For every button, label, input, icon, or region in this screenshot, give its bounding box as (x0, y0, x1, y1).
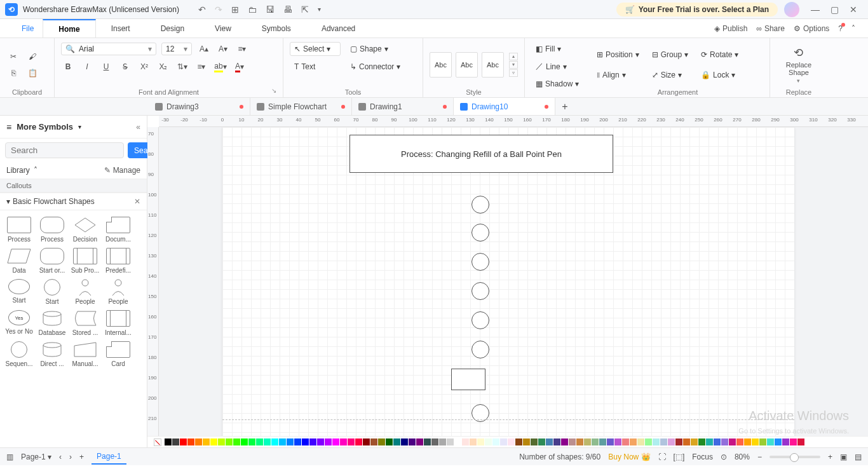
color-swatch[interactable] (637, 438, 644, 445)
fullscreen-icon[interactable]: ⛶ (658, 452, 666, 461)
color-swatch[interactable] (325, 438, 332, 445)
color-swatch[interactable] (256, 438, 263, 445)
color-swatch[interactable] (759, 438, 766, 445)
align-menu-icon[interactable]: ≡▾ (235, 42, 249, 56)
help-button[interactable]: ? (838, 24, 843, 33)
size-button[interactable]: ⤢ Size▾ (648, 68, 693, 82)
color-swatch[interactable] (683, 438, 690, 445)
color-swatch[interactable] (172, 438, 179, 445)
tab-design[interactable]: Design (146, 19, 200, 37)
shape-stencil[interactable]: Data (3, 245, 36, 276)
color-swatch[interactable] (248, 438, 255, 445)
color-swatch[interactable] (226, 438, 233, 445)
color-swatch[interactable] (233, 438, 240, 445)
zoom-in-button[interactable]: + (828, 452, 832, 461)
doctab-drawing10[interactable]: Drawing10 (454, 98, 555, 115)
position-button[interactable]: ⊞ Position▾ (592, 48, 644, 62)
color-swatch[interactable] (370, 438, 377, 445)
highlight-icon[interactable]: ab▾ (214, 60, 227, 74)
color-swatch[interactable] (546, 438, 553, 445)
text-tool[interactable]: T Text (290, 60, 341, 74)
font-dialog-launcher[interactable]: ↘ (271, 87, 276, 94)
color-swatch[interactable] (508, 438, 515, 445)
new-icon[interactable]: ⊞ (231, 4, 239, 15)
color-swatch[interactable] (416, 438, 423, 445)
group-button[interactable]: ⊟ Group▾ (648, 48, 693, 62)
doctab-drawing1[interactable]: Drawing1 (352, 98, 454, 115)
callouts-header[interactable]: Callouts (0, 179, 147, 193)
color-swatch[interactable] (401, 438, 408, 445)
color-swatch[interactable] (294, 438, 301, 445)
color-swatch[interactable] (714, 438, 721, 445)
no-fill-icon[interactable] (154, 438, 161, 446)
color-swatch[interactable] (706, 438, 713, 445)
add-tab-button[interactable]: + (555, 98, 574, 115)
color-swatch[interactable] (790, 438, 797, 445)
shape-stencil[interactable]: Predefi... (102, 245, 135, 276)
color-swatch[interactable] (797, 438, 804, 445)
style-preset-1[interactable]: Abc (430, 52, 452, 78)
style-preset-3[interactable]: Abc (482, 52, 504, 78)
color-swatch[interactable] (165, 438, 172, 445)
underline-icon[interactable]: U (99, 60, 113, 74)
color-swatch[interactable] (584, 438, 591, 445)
category-header[interactable]: ▾ Basic Flowchart Shapes✕ (0, 193, 147, 210)
circle-shape-6[interactable] (471, 341, 489, 358)
ribbon-collapse-icon[interactable]: ˄ (851, 24, 855, 33)
line-spacing-icon[interactable]: ⇅▾ (175, 60, 189, 74)
color-swatch[interactable] (538, 438, 545, 445)
select-tool[interactable]: ↖ Select ▾ (290, 42, 341, 56)
color-swatch[interactable] (348, 438, 355, 445)
page[interactable]: Process: Changing Refill of a Ball Point… (222, 127, 794, 436)
color-swatch[interactable] (431, 438, 438, 445)
page-add[interactable]: + (79, 452, 84, 461)
share-button[interactable]: ∞ Share (756, 24, 785, 33)
color-swatch[interactable] (561, 438, 568, 445)
font-name-combo[interactable]: 🔍Arial▾ (61, 43, 156, 55)
color-swatch[interactable] (736, 438, 743, 445)
color-swatch[interactable] (721, 438, 728, 445)
font-color-icon[interactable]: A▾ (233, 60, 247, 74)
color-swatch[interactable] (775, 438, 782, 445)
color-swatch[interactable] (569, 438, 576, 445)
page-combo[interactable]: Page-1 ▾ (21, 452, 51, 461)
grow-font-icon[interactable]: A▴ (197, 42, 211, 56)
color-swatch[interactable] (355, 438, 362, 445)
bold-icon[interactable]: B (61, 60, 75, 74)
color-swatch[interactable] (439, 438, 446, 445)
user-avatar[interactable] (784, 2, 799, 17)
color-swatch[interactable] (630, 438, 637, 445)
publish-button[interactable]: ◈ Publish (714, 24, 747, 33)
color-swatch[interactable] (454, 438, 461, 445)
file-menu[interactable]: File (13, 19, 43, 37)
circle-shape-4[interactable] (471, 282, 489, 300)
color-swatch[interactable] (599, 438, 606, 445)
lock-button[interactable]: 🔒 Lock▾ (696, 68, 743, 82)
color-swatch[interactable] (660, 438, 667, 445)
shape-stencil[interactable]: Manual... (69, 339, 102, 370)
color-swatch[interactable] (378, 438, 385, 445)
color-swatch[interactable] (393, 438, 400, 445)
line-button[interactable]: ／ Line▾ (531, 58, 571, 74)
color-swatch[interactable] (363, 438, 370, 445)
zoom-slider[interactable] (770, 456, 820, 458)
color-swatch[interactable] (309, 438, 316, 445)
print-icon[interactable]: 🖶 (283, 4, 292, 15)
shape-stencil[interactable]: Process (3, 214, 36, 245)
color-swatch[interactable] (470, 438, 477, 445)
shape-stencil[interactable]: Start (3, 276, 36, 308)
maximize-button[interactable]: ▢ (825, 4, 844, 15)
shadow-button[interactable]: ▦ Shadow▾ (531, 77, 583, 91)
color-swatch[interactable] (485, 438, 492, 445)
color-swatch[interactable] (180, 438, 187, 445)
color-swatch[interactable] (279, 438, 286, 445)
color-swatch[interactable] (744, 438, 751, 445)
color-swatch[interactable] (317, 438, 324, 445)
color-swatch[interactable] (447, 438, 454, 445)
minimize-button[interactable]: — (806, 4, 825, 15)
color-swatch[interactable] (187, 438, 194, 445)
color-swatch[interactable] (729, 438, 736, 445)
shape-stencil[interactable]: Internal... (102, 308, 135, 339)
color-swatch[interactable] (576, 438, 583, 445)
shape-stencil[interactable]: Process (36, 214, 69, 245)
